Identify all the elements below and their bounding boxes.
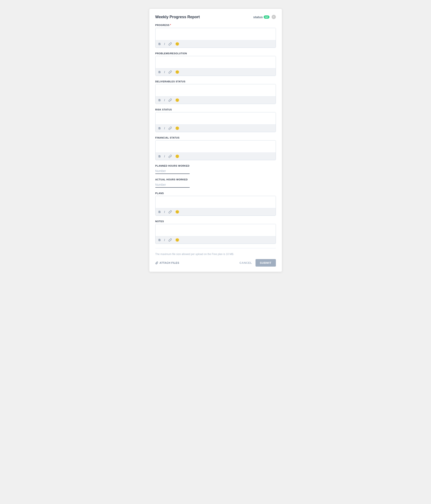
planned-hours-input[interactable]: [155, 168, 190, 174]
brand-logo: status net: [253, 15, 269, 19]
submit-button[interactable]: SUBMIT: [256, 259, 276, 267]
financial-link-button[interactable]: [167, 154, 173, 159]
progress-bold-button[interactable]: B: [158, 42, 162, 46]
notes-textarea[interactable]: [156, 224, 276, 235]
brand-name: status: [253, 15, 263, 19]
actual-hours-field-section: ACTUAL HOURS WORKED: [155, 178, 276, 188]
plans-italic-button[interactable]: I: [163, 210, 166, 214]
problems-emoji-button[interactable]: 🙂: [174, 70, 180, 74]
modal-title: Weekly Progress Report: [155, 15, 200, 19]
financial-toolbar: B I 🙂: [156, 153, 276, 160]
required-indicator: *: [170, 24, 171, 27]
problems-bold-button[interactable]: B: [158, 70, 162, 74]
actual-hours-input[interactable]: [155, 182, 190, 188]
notes-field-section: NOTES B I 🙂: [155, 220, 276, 244]
financial-textarea[interactable]: [156, 141, 276, 152]
footer-actions: CANCEL SUBMIT: [239, 259, 276, 267]
problems-link-button[interactable]: [167, 70, 173, 74]
financial-editor-wrapper: B I 🙂: [155, 140, 276, 160]
paperclip-icon: [155, 261, 158, 264]
attach-files-label: ATTACH FILES: [160, 261, 179, 264]
plans-link-button[interactable]: [167, 210, 173, 214]
notes-toolbar: B I 🙂: [156, 236, 276, 244]
plans-editor-wrapper: B I 🙂: [155, 196, 276, 216]
notes-link-button[interactable]: [167, 238, 173, 242]
progress-italic-button[interactable]: I: [163, 42, 166, 46]
close-button[interactable]: ×: [272, 15, 276, 19]
risk-editor-wrapper: B I 🙂: [155, 112, 276, 132]
deliverables-emoji-button[interactable]: 🙂: [174, 98, 180, 102]
deliverables-bold-button[interactable]: B: [158, 98, 162, 102]
deliverables-label: DELIVERABLES STATUS: [155, 80, 276, 83]
deliverables-link-button[interactable]: [167, 98, 173, 102]
notes-editor-wrapper: B I 🙂: [155, 224, 276, 244]
plans-bold-button[interactable]: B: [158, 210, 162, 214]
deliverables-field-section: DELIVERABLES STATUS B I 🙂: [155, 80, 276, 104]
risk-italic-button[interactable]: I: [163, 126, 166, 130]
risk-link-button[interactable]: [167, 126, 173, 130]
financial-emoji-button[interactable]: 🙂: [174, 154, 180, 159]
risk-emoji-button[interactable]: 🙂: [174, 126, 180, 131]
plans-field-section: PLANS B I 🙂: [155, 192, 276, 216]
risk-toolbar: B I 🙂: [156, 124, 276, 132]
problems-textarea[interactable]: [156, 56, 276, 67]
risk-label: RISK STATUS: [155, 108, 276, 111]
planned-hours-field-section: PLANNED HOURS WORKED: [155, 164, 276, 174]
problems-toolbar: B I 🙂: [156, 68, 276, 76]
header-right: status net ×: [253, 15, 276, 19]
risk-bold-button[interactable]: B: [158, 126, 162, 130]
actual-hours-label: ACTUAL HOURS WORKED: [155, 178, 276, 181]
progress-editor-wrapper: B I 🙂: [155, 28, 276, 48]
progress-textarea[interactable]: [156, 28, 276, 39]
problems-editor-wrapper: B I 🙂: [155, 56, 276, 76]
problems-italic-button[interactable]: I: [163, 70, 166, 74]
deliverables-italic-button[interactable]: I: [163, 98, 166, 102]
file-size-note: The maximum file size allowed per upload…: [155, 253, 276, 256]
plans-label: PLANS: [155, 192, 276, 195]
financial-italic-button[interactable]: I: [163, 154, 166, 159]
progress-emoji-button[interactable]: 🙂: [174, 42, 180, 46]
notes-label: NOTES: [155, 220, 276, 223]
deliverables-textarea[interactable]: [156, 84, 276, 95]
close-icon: ×: [273, 16, 274, 18]
deliverables-toolbar: B I 🙂: [156, 96, 276, 104]
modal-header: Weekly Progress Report status net ×: [155, 15, 276, 19]
financial-field-section: FINANCIAL STATUS B I 🙂: [155, 136, 276, 160]
problems-label: PROBLEMS/RESOLUTION: [155, 52, 276, 55]
notes-emoji-button[interactable]: 🙂: [174, 238, 180, 242]
footer-divider: [155, 248, 276, 248]
attach-files-button[interactable]: ATTACH FILES: [155, 261, 179, 264]
notes-bold-button[interactable]: B: [158, 238, 162, 242]
planned-hours-label: PLANNED HOURS WORKED: [155, 164, 276, 167]
notes-italic-button[interactable]: I: [163, 238, 166, 242]
progress-toolbar: B I 🙂: [156, 40, 276, 48]
weekly-progress-report-modal: Weekly Progress Report status net × PROG…: [149, 9, 282, 272]
financial-bold-button[interactable]: B: [158, 154, 162, 159]
brand-badge: net: [264, 15, 269, 19]
progress-label: PROGRESS *: [155, 24, 276, 27]
plans-textarea[interactable]: [156, 196, 276, 207]
progress-link-button[interactable]: [167, 42, 173, 46]
modal-title-section: Weekly Progress Report: [155, 15, 200, 19]
plans-emoji-button[interactable]: 🙂: [174, 209, 180, 214]
plans-toolbar: B I 🙂: [156, 208, 276, 216]
progress-field-section: PROGRESS * B I 🙂: [155, 24, 276, 48]
cancel-button[interactable]: CANCEL: [239, 261, 252, 264]
risk-field-section: RISK STATUS B I 🙂: [155, 108, 276, 132]
risk-textarea[interactable]: [156, 112, 276, 124]
deliverables-editor-wrapper: B I 🙂: [155, 84, 276, 104]
modal-footer: ATTACH FILES CANCEL SUBMIT: [155, 259, 276, 267]
financial-label: FINANCIAL STATUS: [155, 136, 276, 139]
problems-field-section: PROBLEMS/RESOLUTION B I 🙂: [155, 52, 276, 76]
